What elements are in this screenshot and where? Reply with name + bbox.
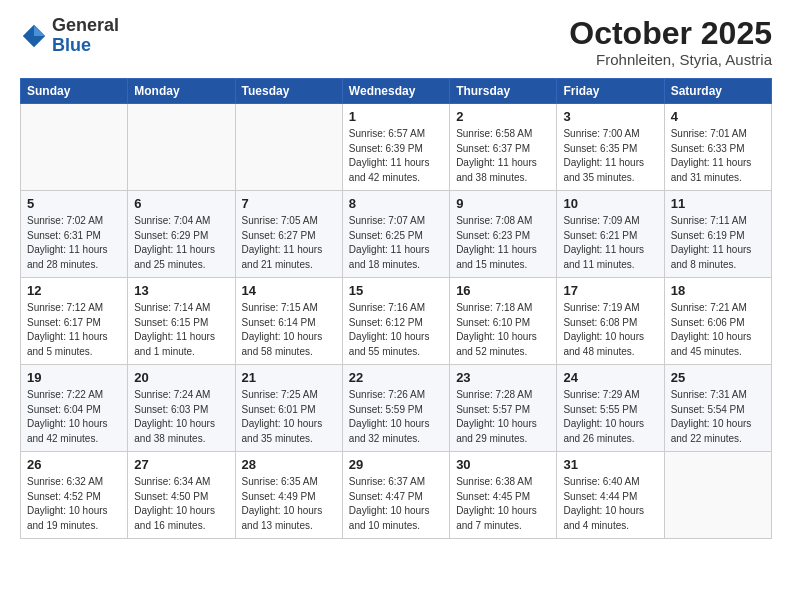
calendar-cell: 29Sunrise: 6:37 AM Sunset: 4:47 PM Dayli… bbox=[342, 452, 449, 539]
day-number: 20 bbox=[134, 370, 228, 385]
day-info: Sunrise: 7:15 AM Sunset: 6:14 PM Dayligh… bbox=[242, 301, 336, 359]
day-info: Sunrise: 7:24 AM Sunset: 6:03 PM Dayligh… bbox=[134, 388, 228, 446]
day-info: Sunrise: 6:35 AM Sunset: 4:49 PM Dayligh… bbox=[242, 475, 336, 533]
week-row-4: 19Sunrise: 7:22 AM Sunset: 6:04 PM Dayli… bbox=[21, 365, 772, 452]
svg-marker-1 bbox=[34, 25, 45, 36]
day-number: 26 bbox=[27, 457, 121, 472]
day-number: 5 bbox=[27, 196, 121, 211]
calendar-cell: 8Sunrise: 7:07 AM Sunset: 6:25 PM Daylig… bbox=[342, 191, 449, 278]
week-row-3: 12Sunrise: 7:12 AM Sunset: 6:17 PM Dayli… bbox=[21, 278, 772, 365]
day-info: Sunrise: 7:16 AM Sunset: 6:12 PM Dayligh… bbox=[349, 301, 443, 359]
calendar-cell: 26Sunrise: 6:32 AM Sunset: 4:52 PM Dayli… bbox=[21, 452, 128, 539]
day-number: 23 bbox=[456, 370, 550, 385]
week-row-1: 1Sunrise: 6:57 AM Sunset: 6:39 PM Daylig… bbox=[21, 104, 772, 191]
day-number: 6 bbox=[134, 196, 228, 211]
calendar-cell: 20Sunrise: 7:24 AM Sunset: 6:03 PM Dayli… bbox=[128, 365, 235, 452]
calendar-cell: 7Sunrise: 7:05 AM Sunset: 6:27 PM Daylig… bbox=[235, 191, 342, 278]
calendar-cell: 5Sunrise: 7:02 AM Sunset: 6:31 PM Daylig… bbox=[21, 191, 128, 278]
calendar-cell: 24Sunrise: 7:29 AM Sunset: 5:55 PM Dayli… bbox=[557, 365, 664, 452]
calendar-cell: 23Sunrise: 7:28 AM Sunset: 5:57 PM Dayli… bbox=[450, 365, 557, 452]
calendar-cell bbox=[235, 104, 342, 191]
day-number: 3 bbox=[563, 109, 657, 124]
calendar-cell bbox=[21, 104, 128, 191]
day-info: Sunrise: 7:09 AM Sunset: 6:21 PM Dayligh… bbox=[563, 214, 657, 272]
logo-general: General bbox=[52, 16, 119, 36]
calendar-cell bbox=[664, 452, 771, 539]
day-number: 16 bbox=[456, 283, 550, 298]
logo-icon bbox=[20, 22, 48, 50]
calendar-cell: 4Sunrise: 7:01 AM Sunset: 6:33 PM Daylig… bbox=[664, 104, 771, 191]
day-info: Sunrise: 7:02 AM Sunset: 6:31 PM Dayligh… bbox=[27, 214, 121, 272]
day-info: Sunrise: 7:29 AM Sunset: 5:55 PM Dayligh… bbox=[563, 388, 657, 446]
day-number: 25 bbox=[671, 370, 765, 385]
day-info: Sunrise: 6:38 AM Sunset: 4:45 PM Dayligh… bbox=[456, 475, 550, 533]
day-number: 17 bbox=[563, 283, 657, 298]
logo-text: General Blue bbox=[52, 16, 119, 56]
day-info: Sunrise: 7:18 AM Sunset: 6:10 PM Dayligh… bbox=[456, 301, 550, 359]
day-number: 8 bbox=[349, 196, 443, 211]
day-info: Sunrise: 7:00 AM Sunset: 6:35 PM Dayligh… bbox=[563, 127, 657, 185]
day-number: 2 bbox=[456, 109, 550, 124]
day-number: 22 bbox=[349, 370, 443, 385]
day-number: 4 bbox=[671, 109, 765, 124]
calendar-cell: 30Sunrise: 6:38 AM Sunset: 4:45 PM Dayli… bbox=[450, 452, 557, 539]
title-block: October 2025 Frohnleiten, Styria, Austri… bbox=[569, 16, 772, 68]
day-header-friday: Friday bbox=[557, 79, 664, 104]
calendar-cell: 9Sunrise: 7:08 AM Sunset: 6:23 PM Daylig… bbox=[450, 191, 557, 278]
day-info: Sunrise: 6:37 AM Sunset: 4:47 PM Dayligh… bbox=[349, 475, 443, 533]
day-number: 9 bbox=[456, 196, 550, 211]
day-info: Sunrise: 7:19 AM Sunset: 6:08 PM Dayligh… bbox=[563, 301, 657, 359]
calendar-cell: 11Sunrise: 7:11 AM Sunset: 6:19 PM Dayli… bbox=[664, 191, 771, 278]
calendar-cell: 21Sunrise: 7:25 AM Sunset: 6:01 PM Dayli… bbox=[235, 365, 342, 452]
calendar-cell: 16Sunrise: 7:18 AM Sunset: 6:10 PM Dayli… bbox=[450, 278, 557, 365]
calendar-subtitle: Frohnleiten, Styria, Austria bbox=[569, 51, 772, 68]
day-info: Sunrise: 6:32 AM Sunset: 4:52 PM Dayligh… bbox=[27, 475, 121, 533]
week-row-5: 26Sunrise: 6:32 AM Sunset: 4:52 PM Dayli… bbox=[21, 452, 772, 539]
calendar-cell: 22Sunrise: 7:26 AM Sunset: 5:59 PM Dayli… bbox=[342, 365, 449, 452]
calendar-cell: 3Sunrise: 7:00 AM Sunset: 6:35 PM Daylig… bbox=[557, 104, 664, 191]
week-row-2: 5Sunrise: 7:02 AM Sunset: 6:31 PM Daylig… bbox=[21, 191, 772, 278]
calendar-cell: 18Sunrise: 7:21 AM Sunset: 6:06 PM Dayli… bbox=[664, 278, 771, 365]
day-number: 7 bbox=[242, 196, 336, 211]
calendar-cell: 1Sunrise: 6:57 AM Sunset: 6:39 PM Daylig… bbox=[342, 104, 449, 191]
calendar-cell: 10Sunrise: 7:09 AM Sunset: 6:21 PM Dayli… bbox=[557, 191, 664, 278]
day-number: 12 bbox=[27, 283, 121, 298]
calendar-cell: 12Sunrise: 7:12 AM Sunset: 6:17 PM Dayli… bbox=[21, 278, 128, 365]
day-number: 24 bbox=[563, 370, 657, 385]
day-number: 11 bbox=[671, 196, 765, 211]
day-info: Sunrise: 7:12 AM Sunset: 6:17 PM Dayligh… bbox=[27, 301, 121, 359]
day-info: Sunrise: 7:26 AM Sunset: 5:59 PM Dayligh… bbox=[349, 388, 443, 446]
day-info: Sunrise: 7:21 AM Sunset: 6:06 PM Dayligh… bbox=[671, 301, 765, 359]
day-info: Sunrise: 7:08 AM Sunset: 6:23 PM Dayligh… bbox=[456, 214, 550, 272]
day-info: Sunrise: 6:58 AM Sunset: 6:37 PM Dayligh… bbox=[456, 127, 550, 185]
day-header-tuesday: Tuesday bbox=[235, 79, 342, 104]
day-info: Sunrise: 7:28 AM Sunset: 5:57 PM Dayligh… bbox=[456, 388, 550, 446]
day-header-monday: Monday bbox=[128, 79, 235, 104]
day-header-saturday: Saturday bbox=[664, 79, 771, 104]
day-number: 10 bbox=[563, 196, 657, 211]
calendar-cell: 14Sunrise: 7:15 AM Sunset: 6:14 PM Dayli… bbox=[235, 278, 342, 365]
logo-blue: Blue bbox=[52, 36, 119, 56]
day-info: Sunrise: 7:22 AM Sunset: 6:04 PM Dayligh… bbox=[27, 388, 121, 446]
calendar-cell: 6Sunrise: 7:04 AM Sunset: 6:29 PM Daylig… bbox=[128, 191, 235, 278]
logo: General Blue bbox=[20, 16, 119, 56]
day-info: Sunrise: 6:34 AM Sunset: 4:50 PM Dayligh… bbox=[134, 475, 228, 533]
day-number: 31 bbox=[563, 457, 657, 472]
day-info: Sunrise: 7:04 AM Sunset: 6:29 PM Dayligh… bbox=[134, 214, 228, 272]
day-number: 21 bbox=[242, 370, 336, 385]
calendar-cell: 19Sunrise: 7:22 AM Sunset: 6:04 PM Dayli… bbox=[21, 365, 128, 452]
day-info: Sunrise: 6:57 AM Sunset: 6:39 PM Dayligh… bbox=[349, 127, 443, 185]
calendar-cell: 25Sunrise: 7:31 AM Sunset: 5:54 PM Dayli… bbox=[664, 365, 771, 452]
day-header-wednesday: Wednesday bbox=[342, 79, 449, 104]
day-header-sunday: Sunday bbox=[21, 79, 128, 104]
day-number: 13 bbox=[134, 283, 228, 298]
header: General Blue October 2025 Frohnleiten, S… bbox=[20, 16, 772, 68]
day-number: 19 bbox=[27, 370, 121, 385]
calendar-cell: 17Sunrise: 7:19 AM Sunset: 6:08 PM Dayli… bbox=[557, 278, 664, 365]
calendar-cell: 31Sunrise: 6:40 AM Sunset: 4:44 PM Dayli… bbox=[557, 452, 664, 539]
calendar-cell: 13Sunrise: 7:14 AM Sunset: 6:15 PM Dayli… bbox=[128, 278, 235, 365]
day-number: 28 bbox=[242, 457, 336, 472]
page: General Blue October 2025 Frohnleiten, S… bbox=[0, 0, 792, 555]
calendar-title: October 2025 bbox=[569, 16, 772, 51]
calendar-cell bbox=[128, 104, 235, 191]
